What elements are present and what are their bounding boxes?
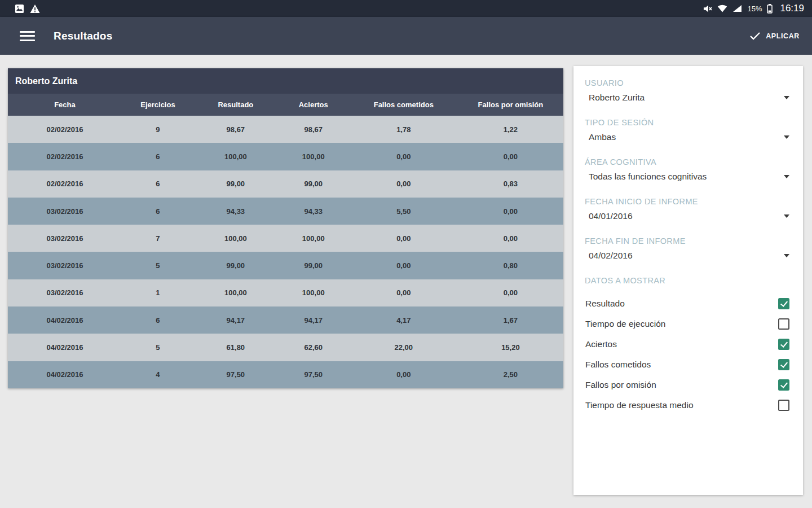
table-cell: 1,22: [458, 125, 563, 134]
mute-icon: [703, 5, 712, 13]
table-row[interactable]: 04/02/2016561,8062,6022,0015,20: [8, 334, 563, 361]
table-cell: 6: [122, 207, 194, 216]
checkbox-row-4[interactable]: Fallos por omisión: [585, 375, 795, 395]
checkbox-label: Aciertos: [585, 339, 778, 349]
table-cell: 94,33: [194, 207, 277, 216]
table-row[interactable]: 03/02/2016694,3394,335,500,00: [8, 198, 563, 225]
table-cell: 100,00: [277, 288, 350, 297]
checkbox-list: ResultadoTiempo de ejecuciónAciertosFall…: [585, 294, 795, 415]
table-cell: 9: [122, 125, 194, 134]
table-cell: 99,00: [277, 179, 350, 188]
checkbox[interactable]: [778, 359, 789, 370]
table-cell: 99,00: [194, 261, 277, 270]
table-cell: 6: [122, 179, 194, 188]
table-cell: 0,00: [350, 179, 458, 188]
table-cell: 04/02/2016: [8, 343, 122, 352]
table-row[interactable]: 03/02/2016599,0099,000,000,80: [8, 252, 563, 279]
filter-dropdown[interactable]: 04/01/2016: [585, 211, 795, 221]
table-row[interactable]: 04/02/2016694,1794,174,171,67: [8, 306, 563, 334]
warning-icon: [29, 4, 41, 14]
chevron-down-icon: [784, 214, 789, 218]
table-cell: 7: [122, 234, 194, 243]
table-cell: 0,80: [458, 261, 563, 270]
table-cell: 0,00: [350, 370, 458, 379]
filter-group-3: FECHA INICIO DE INFORME04/01/2016: [585, 197, 795, 221]
filter-dropdown[interactable]: 04/02/2016: [585, 251, 795, 261]
table-cell: 5: [122, 343, 194, 352]
table-row[interactable]: 03/02/20167100,00100,000,000,00: [8, 225, 563, 252]
table-cell: 0,00: [458, 288, 563, 297]
table-cell: 6: [122, 152, 194, 161]
clock: 16:19: [780, 3, 804, 14]
filter-value: Ambas: [589, 132, 784, 142]
table-cell: 0,00: [350, 234, 458, 243]
checkbox[interactable]: [778, 318, 789, 330]
table-cell: 03/02/2016: [8, 288, 122, 297]
table-cell: 1: [122, 288, 194, 297]
table-row[interactable]: 03/02/20161100,00100,000,000,00: [8, 279, 563, 306]
table-cell: 100,00: [277, 234, 350, 243]
results-table: Roberto Zurita FechaEjerciciosResultadoA…: [8, 68, 563, 388]
content-area: Roberto Zurita FechaEjerciciosResultadoA…: [0, 55, 812, 508]
filter-panel: USUARIORoberto ZuritaTIPO DE SESIÓNAmbas…: [573, 66, 803, 495]
table-cell: 94,17: [194, 316, 277, 325]
table-cell: 100,00: [194, 152, 277, 161]
checkbox-row-0[interactable]: Resultado: [585, 294, 795, 314]
status-bar: 15% 16:19: [0, 0, 812, 17]
table-cell: 94,33: [277, 207, 350, 216]
filter-dropdown[interactable]: Roberto Zurita: [585, 93, 795, 103]
checkbox-row-5[interactable]: Tiempo de respuesta medio: [585, 395, 795, 415]
table-row[interactable]: 02/02/2016998,6798,671,781,22: [8, 116, 563, 143]
chevron-down-icon: [784, 96, 789, 99]
check-icon: [749, 32, 761, 40]
table-cell: 0,00: [350, 261, 458, 270]
table-cell: 04/02/2016: [8, 370, 122, 379]
table-cell: 5: [122, 261, 194, 270]
filter-value: Roberto Zurita: [589, 93, 784, 103]
column-header: Ejercicios: [122, 100, 194, 109]
checkbox-label: Tiempo de respuesta medio: [585, 400, 778, 410]
table-cell: 4,17: [350, 316, 458, 325]
checkbox[interactable]: [778, 379, 789, 391]
checkbox-row-1[interactable]: Tiempo de ejecución: [585, 314, 795, 334]
checkbox-label: Tiempo de ejecución: [585, 319, 778, 329]
status-bar-right: 15% 16:19: [703, 3, 804, 14]
wifi-icon: [717, 5, 727, 12]
filter-value: 04/02/2016: [589, 251, 784, 261]
chevron-down-icon: [784, 254, 789, 257]
checkbox-row-3[interactable]: Fallos cometidos: [585, 354, 795, 375]
checkbox-label: Fallos por omisión: [585, 380, 778, 390]
chevron-down-icon: [784, 135, 789, 139]
checkbox-label: Resultado: [585, 299, 778, 309]
table-cell: 1,67: [458, 316, 563, 325]
table-cell: 0,00: [350, 152, 458, 161]
apply-button[interactable]: APLICAR: [748, 27, 801, 45]
table-cell: 04/02/2016: [8, 316, 122, 325]
table-cell: 1,78: [350, 125, 458, 134]
checkbox-row-2[interactable]: Aciertos: [585, 334, 795, 354]
table-row[interactable]: 02/02/2016699,0099,000,000,83: [8, 170, 563, 198]
filter-dropdown[interactable]: Ambas: [585, 132, 795, 142]
table-cell: 0,83: [458, 179, 563, 188]
filter-dropdown[interactable]: Todas las funciones cognitivas: [585, 172, 795, 182]
signal-icon: [732, 5, 742, 12]
menu-icon[interactable]: [20, 31, 35, 41]
checkbox[interactable]: [778, 298, 789, 309]
column-header: Fecha: [8, 100, 122, 109]
checkbox[interactable]: [778, 339, 789, 350]
filter-label: ÁREA COGNITIVA: [585, 157, 795, 167]
table-cell: 02/02/2016: [8, 179, 122, 188]
table-cell: 100,00: [194, 234, 277, 243]
filter-label: TIPO DE SESIÓN: [585, 118, 795, 127]
table-cell: 03/02/2016: [8, 261, 122, 270]
table-row[interactable]: 04/02/2016497,5097,500,002,50: [8, 361, 563, 388]
checkbox[interactable]: [778, 400, 789, 411]
table-cell: 15,20: [458, 343, 563, 352]
chevron-down-icon: [784, 175, 789, 178]
table-cell: 2,50: [458, 370, 563, 379]
column-header: Fallos por omisión: [458, 100, 563, 109]
table-row[interactable]: 02/02/20166100,00100,000,000,00: [8, 143, 563, 170]
filter-group-2: ÁREA COGNITIVATodas las funciones cognit…: [585, 157, 795, 182]
status-bar-left: [15, 4, 41, 14]
filter-label: FECHA INICIO DE INFORME: [585, 197, 795, 206]
